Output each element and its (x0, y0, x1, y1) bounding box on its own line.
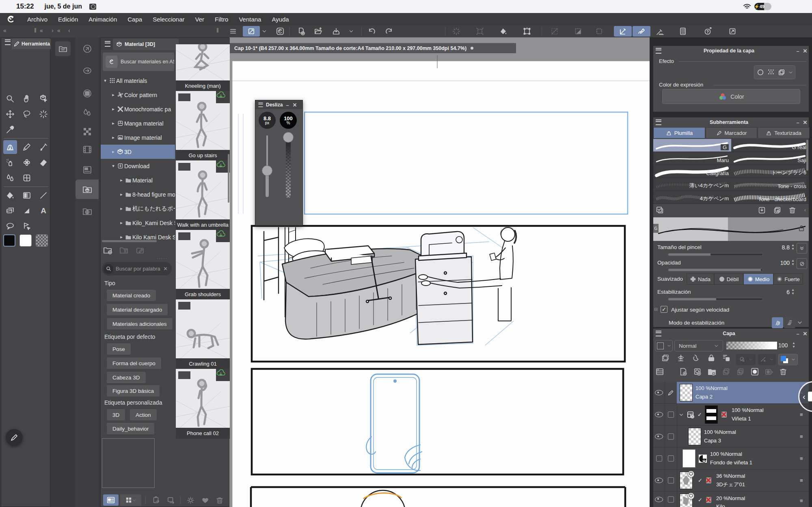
cloud-download-icon[interactable] (216, 230, 230, 242)
layer-menu-icon[interactable]: ≡ (800, 455, 806, 462)
hand-tool[interactable] (20, 92, 34, 106)
airbrush-tool[interactable] (3, 156, 17, 169)
operate-3d-tool[interactable] (37, 92, 50, 106)
delete-material-button[interactable] (214, 494, 226, 506)
material-item-walk-umbrella[interactable] (176, 160, 230, 219)
duplicate-subtool-button[interactable] (773, 206, 781, 216)
brush-tone-cross[interactable]: Tone - cross (731, 178, 809, 191)
snap-to-ruler-button[interactable] (614, 26, 632, 37)
clip-at-layer-icon[interactable] (661, 354, 669, 362)
close-icon[interactable]: ✕ (291, 102, 298, 108)
pen-tool-selected[interactable] (3, 140, 17, 154)
snap-gradient-button[interactable] (572, 26, 584, 37)
new-canvas-button[interactable] (296, 26, 307, 37)
material-item-phone-call[interactable] (176, 369, 230, 428)
reselect-button[interactable] (474, 26, 486, 37)
tag-cabeza-3d[interactable]: Cabeza 3D (107, 372, 146, 383)
help-button[interactable] (702, 26, 714, 37)
eraser-tool[interactable] (37, 156, 50, 169)
minimize-icon[interactable]: – (794, 119, 801, 126)
draft-pen-icon[interactable] (692, 354, 700, 362)
tag-forma-del-cuerpo[interactable]: Forma del cuerpo (107, 358, 161, 369)
layer-opacity-stepper[interactable]: ▲▼ (791, 341, 796, 349)
merge-down-icon[interactable] (736, 368, 745, 376)
slider-popup[interactable]: Desliza – ✕ 8.8px 100% (255, 100, 303, 226)
dock-gradient-map[interactable] (77, 84, 97, 103)
visibility-cell[interactable] (653, 404, 665, 425)
snap-to-special-ruler-button[interactable] (633, 26, 650, 37)
layer-row-3d-chair[interactable]: ✓ 36 %Normal3Dチェア01 ≡ (653, 470, 809, 492)
lasso-tool[interactable] (20, 107, 34, 121)
edit-folder-button[interactable] (136, 246, 145, 256)
new-layer-icon[interactable] (679, 368, 687, 376)
brush-list-scrollbar-track[interactable] (806, 140, 808, 203)
polyline-tool[interactable] (20, 204, 34, 218)
redo-button[interactable] (383, 26, 395, 37)
toolbar-menu-button[interactable] (227, 26, 239, 37)
select-cell[interactable] (665, 426, 677, 447)
dock-material-web[interactable] (77, 202, 97, 221)
document-tab[interactable]: Cap 10-1* (B4 257.00 x 364.00mm Tamaño d… (229, 43, 516, 53)
tag-daily-behavior[interactable]: Daily_behavior (107, 423, 154, 434)
collapse-small-icon[interactable]: ‹ (68, 27, 70, 34)
brush-g[interactable]: G (653, 139, 731, 152)
menu-capa[interactable]: Capa (122, 16, 147, 23)
brush-4-kakepen[interactable]: 4カケペンm (653, 191, 731, 204)
menu-ver[interactable]: Ver (190, 16, 210, 23)
transform-button[interactable] (521, 26, 533, 37)
chevron-down-icon[interactable] (797, 320, 803, 325)
palette-color-dropdown[interactable] (655, 340, 673, 351)
paste-to-canvas-button[interactable] (150, 494, 162, 506)
menu-edicion[interactable]: Edición (53, 16, 83, 23)
auto-select-tool[interactable] (37, 107, 50, 121)
menu-archivo[interactable]: Archivo (22, 16, 53, 23)
layer-opacity-slider[interactable] (726, 342, 776, 349)
dock-navigator[interactable] (77, 61, 97, 80)
onion-skin-icon[interactable] (677, 354, 685, 362)
dock-quick-zoom[interactable] (77, 39, 97, 58)
layer-color-dropdown[interactable] (778, 354, 798, 365)
stabilization-slider[interactable] (668, 298, 763, 301)
keyword-search-field[interactable]: Buscar por palabra ✕ (102, 262, 172, 275)
sub-color-swatch-white[interactable] (19, 234, 32, 247)
frame-border-tool[interactable] (20, 171, 34, 185)
delete-layer-icon[interactable] (780, 368, 787, 376)
delete-subtool-button[interactable] (789, 206, 796, 216)
visibility-cell[interactable] (653, 470, 665, 491)
dock-tone[interactable] (77, 122, 97, 141)
size-slider-handle[interactable] (262, 165, 272, 176)
gradient-tool[interactable] (20, 188, 34, 202)
layer-menu-icon[interactable]: ≡ (800, 498, 806, 504)
tree-horizontal-scrollbar[interactable] (102, 240, 157, 242)
menu-animacion[interactable]: Animación (83, 16, 122, 23)
fullscreen-button[interactable] (727, 26, 738, 37)
stab-mode-lines-button[interactable] (772, 317, 783, 328)
brush-size-presets-button[interactable] (797, 243, 807, 254)
floating-pencil-button[interactable] (6, 429, 23, 446)
brush-caligrafia[interactable]: Caligrafía (653, 165, 731, 178)
opacity-slider-track[interactable] (286, 140, 291, 198)
brush-saji[interactable]: Saji (731, 152, 809, 165)
menu-seleccionar[interactable]: Seleccionar (147, 16, 190, 23)
velocity-checkbox-checked[interactable]: ✓ (661, 306, 667, 313)
opacity-slider-handle[interactable] (283, 132, 294, 143)
save-dropdown[interactable] (348, 26, 355, 37)
snap-area-button[interactable] (594, 26, 605, 37)
menu-filtro[interactable]: Filtro (209, 16, 233, 23)
visibility-cell[interactable] (653, 448, 665, 469)
dock-color-blend[interactable] (77, 103, 97, 123)
visibility-cell[interactable] (653, 492, 665, 507)
delete-folder-button[interactable] (119, 246, 128, 256)
layer-row-fondo-vineta[interactable]: 100 %NormalFondo de viñeta 1 ≡ (653, 448, 809, 470)
tree-8-head-figure[interactable]: ▸8-head figure mo (101, 187, 175, 202)
save-button[interactable] (330, 26, 342, 37)
tag-action[interactable]: Action (130, 409, 157, 420)
tree-color-pattern[interactable]: ▸Color pattern (101, 88, 175, 102)
edit-target-cell[interactable] (665, 382, 677, 403)
text-tool[interactable]: A (37, 204, 50, 218)
layer-menu-icon[interactable]: ≡ (800, 477, 806, 483)
material-item-crawling[interactable] (176, 299, 230, 358)
balloon-tool[interactable] (3, 219, 17, 233)
collapse-left2-icon[interactable]: « (40, 27, 43, 34)
deselect-button[interactable] (451, 26, 462, 37)
